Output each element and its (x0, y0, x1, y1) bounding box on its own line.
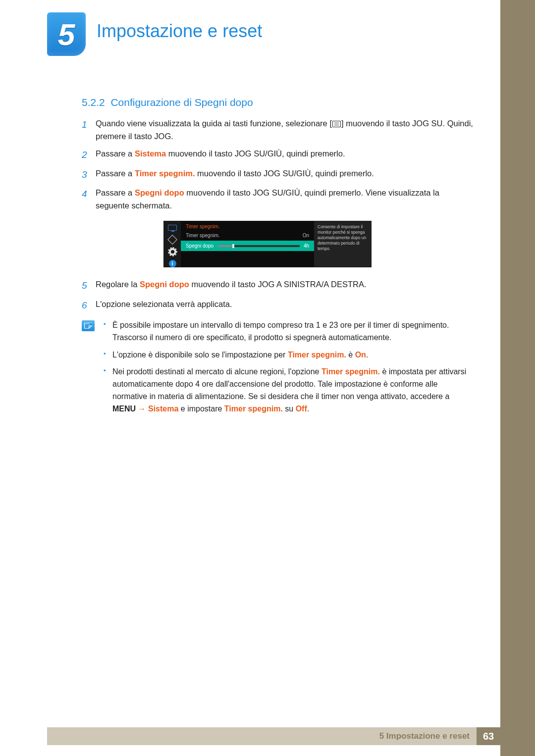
step-list-cont: 5 Regolare la Spegni dopo muovendo il ta… (82, 278, 473, 312)
note-item-1: È possibile impostare un intervallo di t… (104, 319, 473, 344)
step-6: 6 L'opzione selezionata verrà applicata. (82, 298, 473, 312)
monitor-icon (168, 224, 177, 231)
chapter-title: Impostazione e reset (97, 21, 262, 42)
osd-header: Timer spegnim. (181, 221, 314, 230)
info-icon: i (168, 260, 177, 267)
move-icon (168, 236, 177, 243)
step-3: 3 Passare a Timer spegnim. muovendo il t… (82, 167, 473, 182)
footer-label: 5 Impostazione e reset (373, 727, 477, 745)
chapter-badge: 5 (47, 12, 86, 56)
footer-bar: 5 Impostazione e reset 63 (47, 727, 500, 745)
osd-description: Consente di impostare il monitor perché … (314, 221, 371, 267)
osd-sidebar: i (164, 221, 181, 267)
step-5: 5 Regolare la Spegni dopo muovendo il ta… (82, 278, 473, 293)
osd-slider (217, 245, 300, 247)
osd-row-spegni-selected: Spegni dopo 4h (181, 241, 314, 251)
section-title: 5.2.2 Configurazione di Spegni dopo (82, 97, 473, 108)
osd-row-timer: Timer spegnim. On (181, 230, 314, 241)
note-item-2: L'opzione è disponibile solo se l'impost… (104, 349, 473, 361)
right-margin-bar (500, 0, 535, 756)
footer-page-number: 63 (477, 727, 500, 745)
content-area: 5.2.2 Configurazione di Spegni dopo 1 Qu… (82, 97, 473, 420)
note-list: È possibile impostare un intervallo di t… (104, 319, 473, 420)
step-1: 1 Quando viene visualizzata la guida ai … (82, 117, 473, 143)
menu-icon (332, 121, 341, 127)
osd-screenshot: i Timer spegnim. Timer spegnim. On Spegn… (163, 221, 372, 267)
gear-icon (168, 248, 177, 255)
step-4: 4 Passare a Spegni dopo muovendo il tast… (82, 187, 473, 212)
note-block: È possibile impostare un intervallo di t… (82, 319, 473, 420)
step-list: 1 Quando viene visualizzata la guida ai … (82, 117, 473, 212)
step-2: 2 Passare a Sistema muovendo il tasto JO… (82, 148, 473, 162)
note-icon (82, 320, 95, 331)
chapter-number: 5 (58, 17, 75, 52)
note-item-3: Nei prodotti destinati al mercato di alc… (104, 366, 473, 415)
